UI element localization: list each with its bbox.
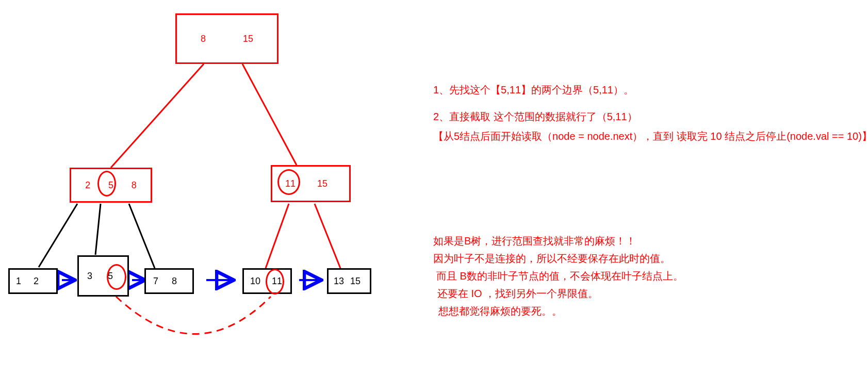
node-root-v2: 15	[243, 34, 253, 44]
node-leaf4-v2: 11	[272, 276, 282, 287]
node-root: 8 15	[175, 13, 279, 64]
edge-midright-leaf4	[266, 204, 289, 268]
annotation-lower-line2: 因为叶子不是连接的，所以不经要保存在此时的值。	[433, 250, 683, 267]
edge-root-midright	[242, 64, 297, 165]
node-mid-right-v1: 11	[285, 178, 296, 189]
node-leaf1-v1: 1	[16, 276, 21, 287]
annotation-upper-line1: 1、先找这个【5,11】的两个边界（5,11）。	[433, 80, 868, 100]
node-mid-right: 11 15	[271, 165, 351, 202]
node-mid-left-v2: 5	[108, 180, 113, 191]
annotation-upper-line3: 【从5结点后面开始读取（node = node.next），直到 读取完 10 …	[433, 126, 868, 146]
dashed-range-curve	[116, 297, 271, 334]
node-leaf3-v2: 8	[172, 276, 177, 287]
node-mid-right-v2: 15	[317, 178, 327, 189]
node-leaf2-v2: 5	[108, 271, 113, 282]
edge-midleft-leaf3	[129, 204, 155, 268]
node-mid-left-v1: 2	[85, 180, 90, 191]
annotation-upper-line2: 2、直接截取 这个范围的数据就行了（5,11）	[433, 107, 868, 126]
node-mid-left: 2 5 8	[70, 168, 152, 203]
node-leaf5-v2: 15	[350, 276, 361, 287]
node-leaf4: 10 11	[242, 268, 292, 294]
node-leaf3: 7 8	[144, 268, 194, 294]
node-leaf1-v2: 2	[34, 276, 39, 287]
node-leaf2-v1: 3	[87, 271, 92, 282]
node-root-v1: 8	[201, 34, 206, 44]
edge-midright-leaf5	[315, 204, 340, 268]
node-leaf3-v1: 7	[153, 276, 158, 287]
annotation-lower-line5: 想想都觉得麻烦的要死。。	[438, 302, 683, 320]
node-leaf1: 1 2	[8, 268, 58, 294]
node-leaf5-v1: 13	[334, 276, 344, 287]
node-leaf5: 13 15	[327, 268, 371, 294]
edge-root-midleft	[111, 64, 204, 168]
edge-midleft-leaf1	[39, 204, 77, 267]
edge-midleft-leaf2	[95, 204, 101, 255]
node-leaf4-v1: 10	[250, 276, 260, 287]
annotation-lower-line3: 而且 B数的非叶子节点的值，不会体现在叶子结点上。	[436, 267, 683, 285]
annotation-lower-line1: 如果是B树，进行范围查找就非常的麻烦！！	[433, 232, 683, 250]
node-leaf2: 3 5	[77, 255, 129, 297]
annotation-lower: 如果是B树，进行范围查找就非常的麻烦！！ 因为叶子不是连接的，所以不经要保存在此…	[433, 232, 683, 320]
annotation-upper: 1、先找这个【5,11】的两个边界（5,11）。 2、直接截取 这个范围的数据就…	[433, 80, 868, 146]
annotation-lower-line4: 还要在 IO ，找到另外一个界限值。	[437, 285, 683, 302]
node-mid-left-v3: 8	[132, 180, 137, 191]
